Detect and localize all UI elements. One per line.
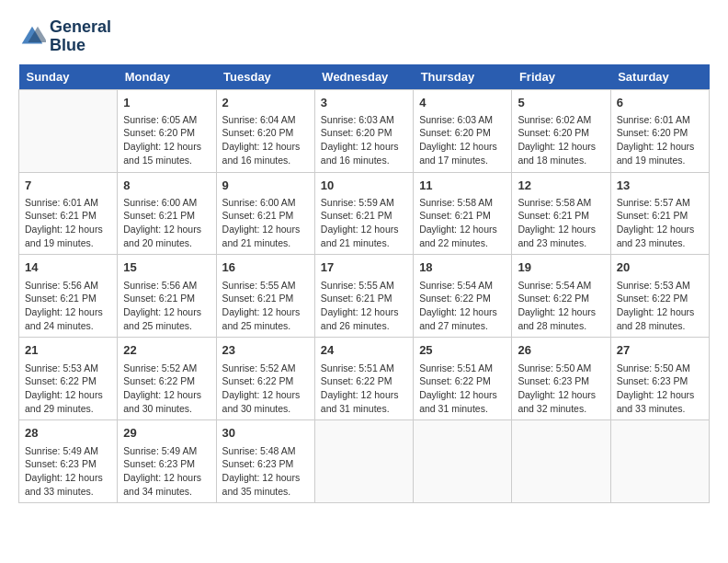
weekday-header-friday: Friday <box>512 64 610 90</box>
day-info: Sunrise: 6:00 AM Sunset: 6:21 PM Dayligh… <box>222 196 309 250</box>
logo: General Blue <box>18 18 111 55</box>
calendar-cell: 21Sunrise: 5:53 AM Sunset: 6:22 PM Dayli… <box>19 338 118 420</box>
calendar-cell <box>19 89 118 172</box>
day-info: Sunrise: 6:03 AM Sunset: 6:20 PM Dayligh… <box>321 113 407 167</box>
calendar-cell: 3Sunrise: 6:03 AM Sunset: 6:20 PM Daylig… <box>314 89 413 172</box>
day-number: 8 <box>123 178 210 194</box>
day-info: Sunrise: 5:51 AM Sunset: 6:22 PM Dayligh… <box>321 362 407 416</box>
weekday-header-thursday: Thursday <box>414 64 512 90</box>
day-info: Sunrise: 6:01 AM Sunset: 6:21 PM Dayligh… <box>25 196 111 250</box>
calendar-table: SundayMondayTuesdayWednesdayThursdayFrid… <box>18 64 710 504</box>
calendar-cell: 7Sunrise: 6:01 AM Sunset: 6:21 PM Daylig… <box>19 172 118 255</box>
calendar-cell: 17Sunrise: 5:55 AM Sunset: 6:21 PM Dayli… <box>314 255 413 338</box>
day-info: Sunrise: 5:49 AM Sunset: 6:23 PM Dayligh… <box>25 444 111 499</box>
calendar-cell: 19Sunrise: 5:54 AM Sunset: 6:22 PM Dayli… <box>512 255 610 338</box>
day-number: 27 <box>617 342 703 359</box>
day-number: 16 <box>222 259 309 276</box>
calendar-cell: 28Sunrise: 5:49 AM Sunset: 6:23 PM Dayli… <box>19 420 118 503</box>
day-info: Sunrise: 5:56 AM Sunset: 6:21 PM Dayligh… <box>25 279 111 333</box>
day-info: Sunrise: 6:03 AM Sunset: 6:20 PM Dayligh… <box>419 113 506 167</box>
day-info: Sunrise: 6:05 AM Sunset: 6:20 PM Dayligh… <box>123 113 210 167</box>
day-number: 19 <box>518 259 604 276</box>
day-info: Sunrise: 5:50 AM Sunset: 6:23 PM Dayligh… <box>617 362 703 416</box>
day-number: 26 <box>518 342 604 359</box>
calendar-cell: 11Sunrise: 5:58 AM Sunset: 6:21 PM Dayli… <box>414 172 512 255</box>
calendar-cell <box>610 420 709 503</box>
week-row-4: 21Sunrise: 5:53 AM Sunset: 6:22 PM Dayli… <box>19 338 710 420</box>
day-info: Sunrise: 5:55 AM Sunset: 6:21 PM Dayligh… <box>222 279 309 333</box>
day-number: 25 <box>419 342 506 359</box>
day-info: Sunrise: 5:53 AM Sunset: 6:22 PM Dayligh… <box>25 362 111 416</box>
calendar-cell: 20Sunrise: 5:53 AM Sunset: 6:22 PM Dayli… <box>610 255 709 338</box>
weekday-header-sunday: Sunday <box>19 64 118 90</box>
calendar-cell: 13Sunrise: 5:57 AM Sunset: 6:21 PM Dayli… <box>610 172 709 255</box>
weekday-header-wednesday: Wednesday <box>314 64 413 90</box>
calendar-cell: 14Sunrise: 5:56 AM Sunset: 6:21 PM Dayli… <box>19 255 118 338</box>
calendar-cell: 5Sunrise: 6:02 AM Sunset: 6:20 PM Daylig… <box>512 89 610 172</box>
day-info: Sunrise: 5:58 AM Sunset: 6:21 PM Dayligh… <box>518 196 604 250</box>
day-info: Sunrise: 6:00 AM Sunset: 6:21 PM Dayligh… <box>123 196 210 250</box>
day-number: 5 <box>518 95 604 111</box>
day-info: Sunrise: 5:52 AM Sunset: 6:22 PM Dayligh… <box>123 362 210 416</box>
day-number: 17 <box>321 259 407 276</box>
day-number: 9 <box>222 178 309 194</box>
weekday-header-tuesday: Tuesday <box>216 64 314 90</box>
week-row-1: 1Sunrise: 6:05 AM Sunset: 6:20 PM Daylig… <box>19 89 710 172</box>
weekday-header-monday: Monday <box>118 64 216 90</box>
day-number: 4 <box>419 95 506 111</box>
day-number: 30 <box>222 425 309 442</box>
day-number: 20 <box>617 259 703 276</box>
day-info: Sunrise: 5:54 AM Sunset: 6:22 PM Dayligh… <box>518 279 604 333</box>
day-info: Sunrise: 5:53 AM Sunset: 6:22 PM Dayligh… <box>617 279 703 333</box>
day-number: 12 <box>518 178 604 194</box>
day-info: Sunrise: 6:01 AM Sunset: 6:20 PM Dayligh… <box>617 113 703 167</box>
week-row-2: 7Sunrise: 6:01 AM Sunset: 6:21 PM Daylig… <box>19 172 710 255</box>
weekday-header-saturday: Saturday <box>610 64 709 90</box>
day-number: 29 <box>123 425 210 442</box>
calendar-cell: 16Sunrise: 5:55 AM Sunset: 6:21 PM Dayli… <box>216 255 314 338</box>
calendar-cell: 25Sunrise: 5:51 AM Sunset: 6:22 PM Dayli… <box>414 338 512 420</box>
day-info: Sunrise: 5:56 AM Sunset: 6:21 PM Dayligh… <box>123 279 210 333</box>
calendar-cell: 2Sunrise: 6:04 AM Sunset: 6:20 PM Daylig… <box>216 89 314 172</box>
page-header: General Blue <box>18 18 710 55</box>
week-row-3: 14Sunrise: 5:56 AM Sunset: 6:21 PM Dayli… <box>19 255 710 338</box>
day-number: 24 <box>321 342 407 359</box>
calendar-cell: 26Sunrise: 5:50 AM Sunset: 6:23 PM Dayli… <box>512 338 610 420</box>
day-info: Sunrise: 5:55 AM Sunset: 6:21 PM Dayligh… <box>321 279 407 333</box>
day-number: 14 <box>25 259 111 276</box>
day-number: 2 <box>222 95 309 111</box>
calendar-cell <box>314 420 413 503</box>
day-info: Sunrise: 5:51 AM Sunset: 6:22 PM Dayligh… <box>419 362 506 416</box>
calendar-cell: 30Sunrise: 5:48 AM Sunset: 6:23 PM Dayli… <box>216 420 314 503</box>
calendar-cell: 1Sunrise: 6:05 AM Sunset: 6:20 PM Daylig… <box>118 89 216 172</box>
day-number: 1 <box>123 95 210 111</box>
week-row-5: 28Sunrise: 5:49 AM Sunset: 6:23 PM Dayli… <box>19 420 710 503</box>
day-number: 10 <box>321 178 407 194</box>
calendar-cell: 24Sunrise: 5:51 AM Sunset: 6:22 PM Dayli… <box>314 338 413 420</box>
day-info: Sunrise: 5:50 AM Sunset: 6:23 PM Dayligh… <box>518 362 604 416</box>
day-info: Sunrise: 5:49 AM Sunset: 6:23 PM Dayligh… <box>123 444 210 499</box>
day-number: 6 <box>617 95 703 111</box>
calendar-cell: 8Sunrise: 6:00 AM Sunset: 6:21 PM Daylig… <box>118 172 216 255</box>
day-number: 28 <box>25 425 111 442</box>
calendar-cell: 10Sunrise: 5:59 AM Sunset: 6:21 PM Dayli… <box>314 172 413 255</box>
day-info: Sunrise: 5:59 AM Sunset: 6:21 PM Dayligh… <box>321 196 407 250</box>
day-info: Sunrise: 5:57 AM Sunset: 6:21 PM Dayligh… <box>617 196 703 250</box>
calendar-cell: 9Sunrise: 6:00 AM Sunset: 6:21 PM Daylig… <box>216 172 314 255</box>
calendar-cell: 27Sunrise: 5:50 AM Sunset: 6:23 PM Dayli… <box>610 338 709 420</box>
day-number: 13 <box>617 178 703 194</box>
calendar-cell: 23Sunrise: 5:52 AM Sunset: 6:22 PM Dayli… <box>216 338 314 420</box>
day-number: 15 <box>123 259 210 276</box>
calendar-cell: 12Sunrise: 5:58 AM Sunset: 6:21 PM Dayli… <box>512 172 610 255</box>
day-info: Sunrise: 5:58 AM Sunset: 6:21 PM Dayligh… <box>419 196 506 250</box>
day-number: 22 <box>123 342 210 359</box>
calendar-cell: 22Sunrise: 5:52 AM Sunset: 6:22 PM Dayli… <box>118 338 216 420</box>
day-info: Sunrise: 5:52 AM Sunset: 6:22 PM Dayligh… <box>222 362 309 416</box>
day-number: 3 <box>321 95 407 111</box>
day-info: Sunrise: 6:04 AM Sunset: 6:20 PM Dayligh… <box>222 113 309 167</box>
day-number: 7 <box>25 178 111 194</box>
logo-icon <box>18 23 46 51</box>
day-number: 21 <box>25 342 111 359</box>
day-number: 23 <box>222 342 309 359</box>
day-info: Sunrise: 6:02 AM Sunset: 6:20 PM Dayligh… <box>518 113 604 167</box>
